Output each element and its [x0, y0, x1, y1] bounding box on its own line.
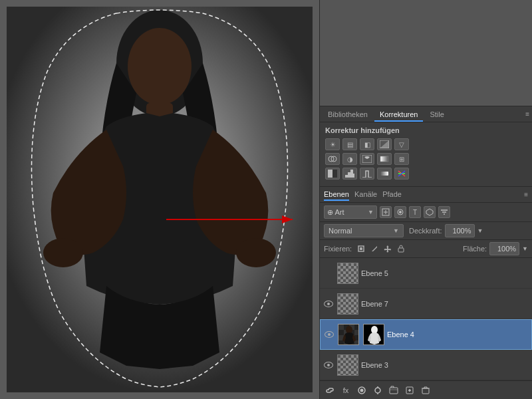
layer-visibility-ebene4[interactable]	[323, 329, 335, 340]
panel-collapse-button[interactable]: ≡	[525, 110, 529, 118]
flache-input[interactable]	[489, 242, 519, 255]
svg-point-2	[128, 28, 192, 105]
layer-item-ebene3[interactable]: Ebene 3	[320, 350, 532, 380]
canvas-area	[0, 0, 319, 399]
right-panel: Bibliotheken Korrekturen Stile ≡ Korrekt…	[319, 0, 532, 399]
svg-point-5	[236, 238, 276, 267]
invert-icon[interactable]	[325, 168, 340, 180]
layer-mask-ebene4	[363, 324, 384, 345]
create-new-layer-icon[interactable]	[380, 206, 392, 218]
svg-point-28	[399, 211, 402, 213]
ebenen-panel-collapse[interactable]: ≡	[524, 191, 528, 198]
svg-rect-37	[338, 325, 344, 330]
canvas	[7, 7, 313, 392]
vibrance-icon[interactable]: ▽	[394, 138, 409, 150]
svg-rect-16	[345, 175, 348, 178]
svg-rect-14	[328, 170, 332, 178]
smartobject-icon[interactable]	[424, 206, 436, 218]
layer-item-ebene5[interactable]: Ebene 5	[320, 258, 532, 289]
bw-icon[interactable]	[360, 153, 374, 165]
layer-visibility-ebene3[interactable]	[323, 359, 334, 371]
hsl-icon[interactable]	[325, 153, 340, 165]
deckkraft-input[interactable]	[445, 224, 475, 237]
fix-brush-icon[interactable]	[369, 243, 380, 254]
layer-name-ebene3: Ebene 3	[361, 361, 529, 369]
tab-korrekturen[interactable]: Korrekturen	[374, 107, 423, 122]
ebenen-tabs-row: Ebenen Kanäle Pfade ≡	[320, 187, 532, 203]
brightness-icon[interactable]: ☀	[325, 138, 340, 150]
gradient-map-icon[interactable]	[377, 168, 392, 180]
svg-rect-53	[390, 388, 398, 394]
panel-top-area	[320, 0, 532, 106]
layer-name-ebene7: Ebene 7	[361, 300, 529, 308]
add-mask-icon[interactable]	[356, 384, 368, 396]
fixieren-row: Fixieren: Fläche: ▼	[320, 240, 532, 258]
eye-icon-ebene3	[324, 362, 333, 368]
art-label: ⊕ Art	[327, 208, 344, 217]
tab-pfade[interactable]: Pfade	[382, 189, 402, 201]
layer-name-ebene5: Ebene 5	[361, 269, 529, 277]
svg-point-50	[375, 388, 380, 393]
eye-icon-ebene7	[324, 301, 333, 307]
svg-rect-44	[354, 340, 359, 345]
selective-color-icon[interactable]: ⊞	[394, 153, 409, 165]
new-layer-icon[interactable]	[404, 384, 416, 396]
korrekturen-icons-row1: ☀ ▤ ◧ ▽	[325, 138, 527, 150]
panel-tabs-row: Bibliotheken Korrekturen Stile ≡	[320, 106, 532, 122]
art-chevron-icon: ▼	[368, 209, 374, 215]
svg-rect-57	[422, 388, 429, 394]
delete-layer-icon[interactable]	[420, 384, 432, 396]
svg-point-4	[43, 238, 83, 267]
svg-rect-20	[380, 172, 388, 176]
new-group-icon[interactable]	[388, 384, 400, 396]
svg-marker-29	[426, 209, 433, 215]
levels-icon[interactable]: ▤	[342, 138, 357, 150]
svg-rect-34	[360, 247, 362, 250]
deckkraft-chevron-icon: ▼	[477, 227, 483, 234]
layer-name-ebene4: Ebene 4	[387, 331, 529, 338]
threshold-icon[interactable]	[360, 168, 374, 180]
svg-rect-15	[332, 170, 337, 178]
channel-mixer-icon[interactable]	[394, 168, 409, 180]
link-layers-icon[interactable]	[324, 384, 336, 396]
fix-pixel-icon[interactable]	[356, 243, 366, 254]
svg-point-49	[360, 388, 364, 392]
blend-mode-value: Normal	[329, 227, 352, 235]
text-tool-icon[interactable]: T	[409, 206, 421, 218]
exposure-icon[interactable]	[377, 138, 392, 150]
tab-stile[interactable]: Stile	[424, 107, 449, 122]
blend-mode-chevron-icon: ▼	[393, 227, 399, 234]
layer-thumb-ebene7	[337, 293, 358, 315]
layer-thumb-ebene3	[337, 354, 358, 376]
mask-icon[interactable]	[394, 206, 406, 218]
layer-visibility-ebene7[interactable]	[323, 298, 334, 310]
blend-mode-row: Normal ▼ Deckkraft: ▼	[320, 222, 532, 240]
blend-mode-dropdown[interactable]: Normal ▼	[324, 224, 404, 237]
adjustments-icon[interactable]	[372, 384, 384, 396]
tab-ebenen[interactable]: Ebenen	[324, 189, 349, 201]
flache-chevron-icon: ▼	[522, 245, 528, 252]
layers-list: Ebene 5 Ebene 7	[320, 258, 532, 380]
layer-item-ebene4[interactable]: Ebene 4	[320, 319, 532, 350]
svg-rect-35	[398, 248, 404, 252]
svg-rect-40	[354, 330, 359, 335]
svg-rect-13	[380, 156, 388, 162]
layer-visibility-ebene5[interactable]	[323, 267, 334, 279]
svg-marker-9	[380, 140, 389, 148]
posterize-icon[interactable]	[342, 168, 357, 180]
tab-bibliotheken[interactable]: Bibliotheken	[323, 107, 373, 122]
korrekturen-title: Korrektur hinzufügen	[325, 126, 527, 134]
korrekturen-panel: Korrektur hinzufügen ☀ ▤ ◧ ▽	[320, 122, 532, 187]
flache-label: Fläche:	[463, 245, 487, 253]
gradient-icon[interactable]	[377, 153, 392, 165]
art-dropdown[interactable]: ⊕ Art ▼	[324, 205, 377, 219]
layer-style-icon[interactable]: fx	[340, 384, 352, 396]
curves-icon[interactable]: ◧	[360, 138, 374, 150]
filter-icon[interactable]	[438, 206, 450, 218]
deckkraft-label: Deckkraft:	[409, 227, 442, 235]
fix-lock-icon[interactable]	[396, 243, 406, 254]
layer-item-ebene7[interactable]: Ebene 7	[320, 289, 532, 319]
fix-move-icon[interactable]	[382, 243, 393, 254]
colorbalance-icon[interactable]: ◑	[342, 153, 357, 165]
tab-kanale[interactable]: Kanäle	[354, 189, 377, 201]
